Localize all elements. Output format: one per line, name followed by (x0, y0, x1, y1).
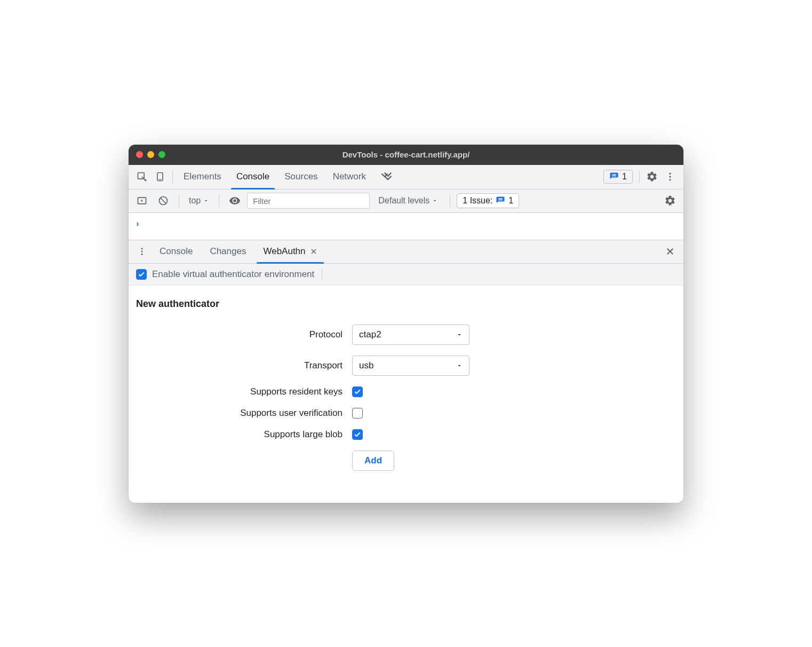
svg-point-11 (141, 254, 143, 255)
dropdown-icon (456, 362, 463, 369)
console-toolbar: top Default levels 1 Issue: 1 (129, 190, 683, 213)
drawer-more-icon[interactable] (133, 242, 151, 261)
dropdown-icon (203, 198, 209, 204)
add-button[interactable]: Add (352, 451, 394, 471)
close-drawer-icon[interactable] (661, 247, 679, 256)
svg-point-10 (141, 251, 143, 253)
tab-network[interactable]: Network (325, 164, 373, 189)
large-blob-checkbox[interactable] (352, 429, 363, 440)
console-body: › (129, 213, 683, 240)
user-verification-label: Supports user verification (136, 408, 352, 419)
transport-value: usb (359, 360, 373, 371)
console-prompt-icon[interactable]: › (136, 218, 139, 228)
drawer-tab-console[interactable]: Console (151, 240, 201, 263)
live-expression-icon[interactable] (226, 192, 244, 210)
titlebar: DevTools - coffee-cart.netlify.app/ (129, 145, 683, 165)
tab-elements[interactable]: Elements (176, 164, 229, 189)
svg-point-9 (141, 248, 143, 249)
tab-sources[interactable]: Sources (277, 164, 325, 189)
inspect-icon[interactable] (133, 168, 151, 186)
drawer-tab-webauthn[interactable]: WebAuthn (254, 240, 325, 263)
svg-point-4 (669, 176, 671, 177)
filter-input[interactable] (247, 193, 370, 209)
settings-icon[interactable] (643, 168, 661, 186)
issues-badge[interactable]: 1 (603, 170, 633, 184)
more-options-icon[interactable] (661, 168, 679, 186)
console-settings-icon[interactable] (661, 192, 679, 210)
close-window-button[interactable] (136, 151, 143, 158)
log-levels-label: Default levels (378, 196, 429, 206)
transport-label: Transport (136, 360, 352, 371)
divider (450, 194, 450, 207)
user-verification-checkbox[interactable] (352, 408, 363, 419)
svg-point-3 (669, 173, 671, 175)
dropdown-icon (456, 332, 463, 338)
resident-keys-label: Supports resident keys (136, 386, 352, 397)
protocol-select[interactable]: ctap2 (352, 325, 469, 345)
issues-count: 1 (622, 172, 627, 182)
enable-virtual-authenticator-checkbox[interactable] (136, 269, 147, 280)
minimize-window-button[interactable] (147, 151, 154, 158)
divider (219, 194, 219, 207)
drawer-tab-bar: Console Changes WebAuthn (129, 240, 683, 264)
window-title: DevTools - coffee-cart.netlify.app/ (129, 150, 683, 159)
enable-label: Enable virtual authenticator environment (152, 269, 314, 280)
divider (179, 194, 179, 207)
issue-icon (496, 196, 505, 206)
divider (172, 170, 173, 183)
issues-count: 1 (508, 196, 513, 206)
maximize-window-button[interactable] (158, 151, 165, 158)
protocol-label: Protocol (136, 329, 352, 340)
section-title: New authenticator (136, 298, 676, 310)
context-selector[interactable]: top (186, 196, 212, 206)
devtools-window: DevTools - coffee-cart.netlify.app/ Elem… (129, 145, 683, 503)
svg-line-8 (161, 198, 166, 203)
svg-point-5 (669, 179, 671, 180)
issues-button[interactable]: 1 Issue: 1 (457, 193, 519, 208)
protocol-value: ctap2 (359, 329, 381, 340)
drawer-tab-changes[interactable]: Changes (201, 240, 254, 263)
transport-select[interactable]: usb (352, 356, 469, 376)
log-levels-selector[interactable]: Default levels (373, 196, 443, 206)
dropdown-icon (432, 198, 438, 204)
main-tab-bar: Elements Console Sources Network 1 (129, 165, 683, 190)
webauthn-panel: New authenticator Protocol ctap2 Transpo… (129, 286, 683, 503)
traffic-lights (136, 151, 165, 158)
console-sidebar-toggle-icon[interactable] (133, 192, 151, 210)
more-tabs-icon[interactable] (373, 170, 399, 184)
enable-bar: Enable virtual authenticator environment (129, 264, 683, 286)
context-label: top (189, 196, 201, 206)
close-tab-icon[interactable] (310, 248, 317, 255)
drawer-tab-label: WebAuthn (263, 246, 305, 257)
large-blob-label: Supports large blob (136, 429, 352, 440)
divider (639, 170, 640, 183)
issues-label: 1 Issue: (463, 196, 492, 206)
device-toolbar-icon[interactable] (151, 168, 169, 186)
resident-keys-checkbox[interactable] (352, 386, 363, 397)
clear-console-icon[interactable] (154, 192, 172, 210)
tab-console[interactable]: Console (229, 164, 277, 189)
